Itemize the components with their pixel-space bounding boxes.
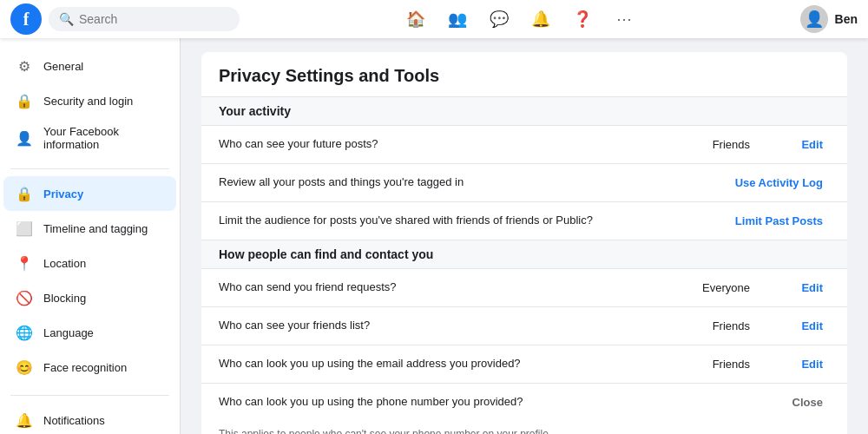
search-input[interactable]	[79, 12, 218, 26]
close-phone-lookup-button[interactable]: Close	[786, 392, 830, 412]
phone-lookup-sub: This applies to people who can't see you…	[219, 428, 830, 434]
row-label-phone-lookup: Who can look you up using the phone numb…	[219, 394, 760, 410]
row-label-activity-log: Review all your posts and things you're …	[219, 174, 638, 190]
sidebar-notifications-section: 🔔 Notifications 📱 Mobile 📄 Public posts	[0, 399, 180, 434]
section-header-contact: How people can find and contact you	[201, 240, 847, 269]
sidebar-item-face[interactable]: 😊 Face recognition	[3, 350, 176, 385]
sidebar-item-location[interactable]: 📍 Location	[3, 246, 176, 280]
logo-letter: f	[23, 10, 30, 30]
sidebar-top-section: ⚙ General 🔒 Security and login 👤 Your Fa…	[0, 45, 180, 165]
sidebar-label-location: Location	[43, 257, 86, 270]
sidebar-label-language: Language	[43, 326, 94, 339]
sidebar-item-security[interactable]: 🔒 Security and login	[3, 83, 176, 118]
face-icon: 😊	[14, 357, 35, 378]
row-value-friends-list: Friends	[681, 319, 750, 332]
main-content: Privacy Settings and Tools Your activity…	[181, 38, 868, 434]
friends-nav-button[interactable]: 👥	[438, 3, 477, 35]
sidebar-label-notifications: Notifications	[43, 414, 105, 427]
table-row: Who can see your friends list? Friends E…	[201, 307, 847, 345]
privacy-icon: 🔒	[14, 183, 35, 204]
edit-friend-requests-button[interactable]: Edit	[794, 278, 830, 298]
avatar[interactable]: 👤	[800, 5, 828, 33]
use-activity-log-button[interactable]: Use Activity Log	[728, 173, 830, 193]
sidebar: ⚙ General 🔒 Security and login 👤 Your Fa…	[0, 38, 181, 434]
sidebar-label-facebook-info: Your Facebook information	[43, 125, 166, 151]
sidebar-item-privacy[interactable]: 🔒 Privacy	[3, 176, 176, 211]
limit-past-posts-button[interactable]: Limit Past Posts	[728, 211, 830, 231]
table-row: Who can look you up using the phone numb…	[201, 384, 847, 434]
row-action-friend-requests: Edit	[760, 278, 830, 298]
table-row: Review all your posts and things you're …	[201, 164, 847, 202]
row-action-friends-list: Edit	[760, 316, 830, 336]
edit-future-posts-button[interactable]: Edit	[794, 135, 830, 155]
row-action-phone-lookup: Close	[760, 392, 830, 412]
sidebar-item-blocking[interactable]: 🚫 Blocking	[3, 280, 176, 315]
sidebar-label-timeline: Timeline and tagging	[43, 222, 148, 235]
sidebar-item-facebook-info[interactable]: 👤 Your Facebook information	[3, 118, 176, 158]
sidebar-label-blocking: Blocking	[43, 292, 86, 305]
row-action-limit-past: Limit Past Posts	[728, 211, 830, 231]
search-box[interactable]: 🔍	[49, 7, 240, 31]
menu-nav-button[interactable]: ⋯	[605, 3, 643, 35]
row-value-future-posts: Friends	[681, 138, 750, 151]
notifications-icon: 🔔	[14, 410, 35, 431]
edit-email-lookup-button[interactable]: Edit	[794, 354, 830, 374]
sidebar-label-face: Face recognition	[43, 361, 127, 374]
sidebar-item-language[interactable]: 🌐 Language	[3, 315, 176, 350]
location-icon: 📍	[14, 253, 35, 273]
table-row: Limit the audience for posts you've shar…	[201, 202, 847, 240]
settings-card: Privacy Settings and Tools Your activity…	[201, 52, 847, 434]
row-action-future-posts: Edit	[760, 135, 830, 155]
nav-right: 👤 Ben	[800, 5, 858, 33]
facebook-logo[interactable]: f	[10, 3, 42, 35]
table-row: Who can send you friend requests? Everyo…	[201, 269, 847, 307]
sidebar-divider-2	[10, 395, 169, 396]
language-icon: 🌐	[14, 322, 35, 343]
sidebar-item-timeline[interactable]: ⬜ Timeline and tagging	[3, 211, 176, 246]
timeline-icon: ⬜	[14, 218, 35, 239]
table-row: Who can look you up using the email addr…	[201, 345, 847, 384]
sidebar-item-notifications[interactable]: 🔔 Notifications	[3, 403, 176, 434]
sidebar-privacy-section: 🔒 Privacy ⬜ Timeline and tagging 📍 Locat…	[0, 173, 180, 391]
edit-friends-list-button[interactable]: Edit	[794, 316, 830, 336]
nav-left: f 🔍	[10, 3, 240, 35]
help-nav-button[interactable]: ❓	[563, 3, 602, 35]
row-value-email-lookup: Friends	[681, 358, 750, 371]
nav-center: 🏠 👥 💬 🔔 ❓ ⋯	[240, 3, 800, 35]
page-body: ⚙ General 🔒 Security and login 👤 Your Fa…	[0, 38, 868, 434]
search-icon: 🔍	[59, 12, 74, 26]
username-label: Ben	[835, 12, 858, 26]
blocking-icon: 🚫	[14, 287, 35, 308]
row-label-friend-requests: Who can send you friend requests?	[219, 279, 670, 295]
notifications-nav-button[interactable]: 🔔	[522, 3, 560, 35]
general-icon: ⚙	[14, 56, 35, 76]
row-label-email-lookup: Who can look you up using the email addr…	[219, 356, 670, 372]
home-nav-button[interactable]: 🏠	[397, 3, 435, 35]
row-label-future-posts: Who can see your future posts?	[219, 136, 670, 152]
messenger-nav-button[interactable]: 💬	[480, 3, 518, 35]
sidebar-divider-1	[10, 168, 169, 169]
row-label-limit-past: Limit the audience for posts you've shar…	[219, 213, 638, 228]
security-icon: 🔒	[14, 90, 35, 111]
row-value-friend-requests: Everyone	[681, 281, 750, 294]
facebook-info-icon: 👤	[14, 128, 35, 148]
page-title: Privacy Settings and Tools	[201, 52, 847, 97]
sidebar-item-general[interactable]: ⚙ General	[3, 49, 176, 83]
row-action-email-lookup: Edit	[760, 354, 830, 374]
phone-lookup-expanded: This applies to people who can't see you…	[219, 428, 830, 434]
top-navigation: f 🔍 🏠 👥 💬 🔔 ❓ ⋯ 👤 Ben	[0, 0, 868, 38]
row-action-activity-log: Use Activity Log	[728, 173, 830, 193]
section-header-activity: Your activity	[201, 97, 847, 126]
row-label-friends-list: Who can see your friends list?	[219, 318, 670, 333]
table-row: Who can see your future posts? Friends E…	[201, 126, 847, 164]
sidebar-label-security: Security and login	[43, 95, 133, 108]
sidebar-label-privacy: Privacy	[43, 187, 83, 201]
sidebar-label-general: General	[43, 60, 83, 73]
